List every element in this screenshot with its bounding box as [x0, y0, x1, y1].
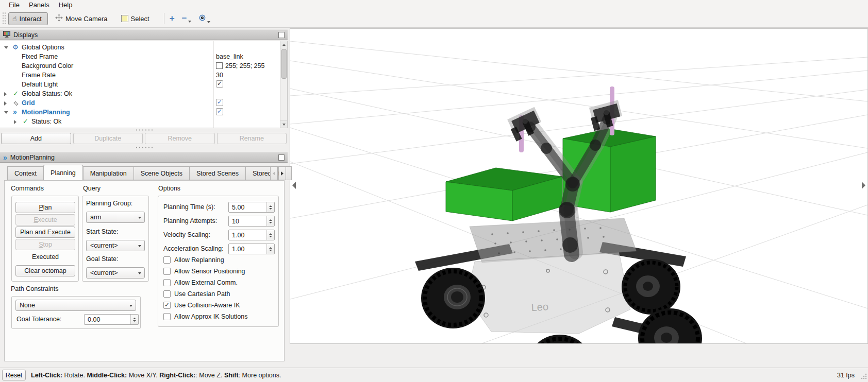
panel-float-button[interactable]: [278, 154, 285, 161]
default-light-checkbox[interactable]: [216, 80, 223, 88]
chevron-down-icon: [207, 21, 210, 23]
tab-scroll-left-button[interactable]: [270, 166, 278, 180]
frame-rate-value[interactable]: 30: [216, 72, 223, 79]
spin-arrows[interactable]: [266, 216, 274, 226]
splitter-grip: [135, 129, 153, 131]
rename-button[interactable]: Rename: [217, 133, 287, 144]
tree-label: MotionPlanning: [22, 109, 70, 116]
expander-icon[interactable]: [14, 120, 16, 124]
tree-row-background-color[interactable]: Background Color 255; 255; 255: [0, 61, 279, 71]
velocity-scaling-spinbox[interactable]: 1.00: [228, 230, 275, 240]
planning-group-label: Planning Group:: [86, 200, 132, 207]
add-tool-button[interactable]: +: [170, 14, 175, 23]
collapse-left-handle[interactable]: [292, 182, 296, 189]
remove-tool-button[interactable]: −: [182, 14, 191, 23]
tab-planning[interactable]: Planning: [43, 165, 83, 180]
use-collision-aware-ik-checkbox[interactable]: Use Collision-Aware IK: [163, 302, 240, 309]
spin-arrows[interactable]: [266, 230, 274, 240]
expander-icon[interactable]: [4, 101, 7, 106]
tree-row-mp-status[interactable]: ✓ Status: Ok: [0, 117, 279, 126]
allow-approx-ik-checkbox[interactable]: Allow Approx IK Solutions: [163, 313, 247, 320]
planning-time-label: Planning Time (s):: [163, 203, 215, 211]
tab-scroll-right-button[interactable]: [278, 166, 286, 180]
toolbar-drag-handle[interactable]: [2, 12, 6, 25]
resize-grip-icon[interactable]: [861, 373, 867, 381]
wheel-left: [421, 268, 485, 328]
hand-icon: ☝: [12, 15, 17, 22]
expander-icon[interactable]: [4, 111, 8, 114]
render-scene: Leo: [290, 29, 867, 343]
plan-and-execute-button[interactable]: Plan and Execute: [15, 227, 75, 238]
planning-time-spinbox[interactable]: 5.00: [228, 202, 275, 213]
3d-viewport[interactable]: Leo: [290, 28, 868, 344]
menu-file[interactable]: File: [4, 1, 24, 9]
tree-row-frame-rate[interactable]: Frame Rate 30: [0, 71, 279, 80]
reset-button[interactable]: Reset: [2, 370, 26, 380]
checkbox-icon: [163, 279, 171, 286]
tree-row-motionplanning[interactable]: » MotionPlanning: [0, 108, 279, 117]
motionplanning-enabled-checkbox[interactable]: [216, 108, 223, 115]
grid-enabled-checkbox[interactable]: [216, 99, 223, 106]
stop-button[interactable]: Stop: [15, 239, 75, 250]
select-tool-button[interactable]: Select: [117, 12, 156, 25]
tree-label: Status: Ok: [31, 118, 61, 125]
spin-arrows[interactable]: [266, 202, 274, 212]
start-state-combo[interactable]: <current>: [86, 240, 145, 251]
goal-state-value: <current>: [90, 269, 118, 276]
background-color-value[interactable]: 255; 255; 255: [216, 62, 264, 70]
spin-arrows[interactable]: [266, 244, 274, 254]
clear-octomap-button[interactable]: Clear octomap: [15, 265, 75, 276]
path-constraints-heading: Path Constraints: [11, 285, 58, 292]
goal-state-combo[interactable]: <current>: [86, 267, 145, 279]
acceleration-scaling-label: Acceleration Scaling:: [163, 245, 224, 252]
displays-panel-header[interactable]: Displays: [0, 29, 288, 40]
tree-row-global-options[interactable]: ⚙ Global Options: [0, 43, 279, 52]
scroll-down-button[interactable]: [280, 120, 288, 128]
tree-row-fixed-frame[interactable]: Fixed Frame base_link: [0, 52, 279, 61]
allow-sensor-positioning-checkbox[interactable]: Allow Sensor Positioning: [163, 268, 245, 275]
wheel-bottom-center: [529, 335, 591, 343]
motionplanning-panel-header[interactable]: » MotionPlanning: [0, 152, 288, 163]
status-bar: Reset Left-Click: Rotate. Middle-Click: …: [0, 368, 868, 382]
acceleration-scaling-spinbox[interactable]: 1.00: [228, 244, 275, 254]
menu-help[interactable]: Help: [54, 1, 77, 9]
tab-stored-scenes[interactable]: Stored Scenes: [189, 166, 245, 180]
move-camera-tool-button[interactable]: Move Camera: [51, 11, 114, 26]
expander-icon[interactable]: [4, 46, 8, 49]
spin-arrows[interactable]: [130, 315, 138, 324]
menu-panels[interactable]: Panels: [24, 1, 54, 9]
panel-float-button[interactable]: [278, 32, 285, 38]
horizontal-splitter[interactable]: [0, 146, 288, 149]
tree-row-grid[interactable]: Grid: [0, 98, 279, 108]
path-constraints-combo[interactable]: None: [15, 300, 136, 311]
interact-tool-button[interactable]: ☝ Interact: [8, 12, 48, 25]
execute-button[interactable]: Execute: [15, 214, 75, 225]
tree-row-global-status[interactable]: ✓ Global Status: Ok: [0, 89, 279, 98]
tree-row-default-light[interactable]: Default Light: [0, 80, 279, 89]
duplicate-button[interactable]: Duplicate: [73, 133, 143, 144]
allow-replanning-checkbox[interactable]: Allow Replanning: [163, 256, 224, 264]
goal-tolerance-spinbox[interactable]: 0.00: [84, 314, 139, 325]
plan-button[interactable]: Plan: [15, 202, 75, 213]
expander-icon[interactable]: [4, 92, 7, 96]
scroll-up-button[interactable]: [280, 41, 288, 48]
scrollbar-thumb[interactable]: [281, 49, 287, 79]
plus-icon: +: [170, 14, 175, 23]
fixed-frame-value[interactable]: base_link: [216, 53, 243, 60]
planning-attempts-spinbox[interactable]: 10: [228, 216, 275, 227]
collapse-right-handle[interactable]: [862, 182, 865, 189]
tree-scrollbar[interactable]: [280, 41, 287, 128]
tab-scene-objects[interactable]: Scene Objects: [133, 166, 189, 180]
remove-button[interactable]: Remove: [145, 133, 215, 144]
tab-manipulation[interactable]: Manipulation: [83, 166, 133, 180]
use-cartesian-path-checkbox[interactable]: Use Cartesian Path: [163, 290, 230, 298]
planning-group-combo[interactable]: arm: [86, 212, 145, 223]
allow-external-comm-checkbox[interactable]: Allow External Comm.: [163, 279, 238, 286]
tool-properties-button[interactable]: [198, 14, 210, 23]
tab-bar: Context Planning Manipulation Scene Obje…: [7, 166, 292, 180]
horizontal-splitter[interactable]: [0, 128, 288, 132]
add-button[interactable]: Add: [1, 133, 71, 144]
arrow-right-icon: [281, 171, 283, 176]
tab-context[interactable]: Context: [7, 166, 43, 180]
path-constraints-value: None: [20, 302, 35, 309]
